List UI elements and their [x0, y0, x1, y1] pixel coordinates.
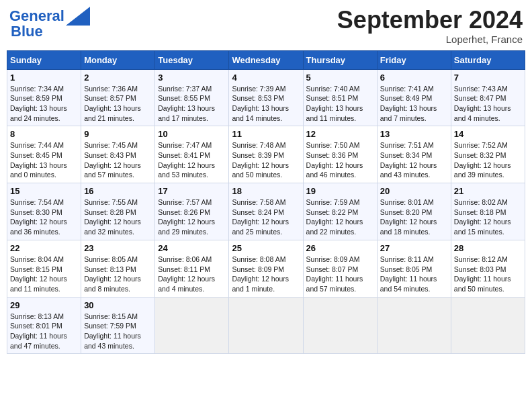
day-number: 11: [232, 129, 300, 139]
day-detail: Sunrise: 7:44 AM Sunset: 8:45 PM Dayligh…: [10, 140, 78, 180]
day-number: 28: [454, 243, 522, 253]
calendar-cell: 9Sunrise: 7:45 AM Sunset: 8:43 PM Daylig…: [81, 126, 155, 183]
calendar-week-2: 8Sunrise: 7:44 AM Sunset: 8:45 PM Daylig…: [7, 126, 525, 183]
logo: General Blue: [9, 7, 90, 40]
calendar-cell: 18Sunrise: 7:58 AM Sunset: 8:24 PM Dayli…: [229, 183, 303, 240]
day-number: 23: [84, 243, 152, 253]
day-detail: Sunrise: 7:41 AM Sunset: 8:49 PM Dayligh…: [380, 84, 448, 124]
day-number: 3: [158, 73, 226, 83]
day-number: 20: [380, 186, 448, 196]
calendar-week-5: 29Sunrise: 8:13 AM Sunset: 8:01 PM Dayli…: [7, 297, 525, 354]
calendar-week-1: 1Sunrise: 7:34 AM Sunset: 8:59 PM Daylig…: [7, 69, 525, 126]
day-number: 19: [306, 186, 374, 196]
calendar-cell: [451, 297, 525, 354]
header-sunday: Sunday: [7, 50, 81, 69]
day-number: 13: [380, 129, 448, 139]
day-number: 8: [10, 129, 78, 139]
day-detail: Sunrise: 7:47 AM Sunset: 8:41 PM Dayligh…: [158, 140, 226, 180]
svg-marker-0: [66, 7, 90, 26]
calendar-cell: 28Sunrise: 8:12 AM Sunset: 8:03 PM Dayli…: [451, 240, 525, 297]
calendar-cell: 21Sunrise: 8:02 AM Sunset: 8:18 PM Dayli…: [451, 183, 525, 240]
calendar-cell: 7Sunrise: 7:43 AM Sunset: 8:47 PM Daylig…: [451, 69, 525, 126]
calendar-cell: 26Sunrise: 8:09 AM Sunset: 8:07 PM Dayli…: [303, 240, 377, 297]
calendar-cell: [229, 297, 303, 354]
calendar-cell: 29Sunrise: 8:13 AM Sunset: 8:01 PM Dayli…: [7, 297, 81, 354]
day-detail: Sunrise: 8:01 AM Sunset: 8:20 PM Dayligh…: [380, 197, 448, 237]
day-detail: Sunrise: 7:43 AM Sunset: 8:47 PM Dayligh…: [454, 84, 522, 124]
day-detail: Sunrise: 7:57 AM Sunset: 8:26 PM Dayligh…: [158, 197, 226, 237]
calendar-table: SundayMondayTuesdayWednesdayThursdayFrid…: [7, 50, 525, 355]
header-friday: Friday: [377, 50, 451, 69]
calendar-cell: 8Sunrise: 7:44 AM Sunset: 8:45 PM Daylig…: [7, 126, 81, 183]
day-detail: Sunrise: 7:55 AM Sunset: 8:28 PM Dayligh…: [84, 197, 152, 237]
day-number: 2: [84, 73, 152, 83]
day-number: 12: [306, 129, 374, 139]
day-number: 30: [84, 300, 152, 310]
calendar-cell: 24Sunrise: 8:06 AM Sunset: 8:11 PM Dayli…: [155, 240, 229, 297]
day-number: 29: [10, 300, 78, 310]
header-thursday: Thursday: [303, 50, 377, 69]
month-title: September 2024: [337, 7, 523, 34]
days-header-row: SundayMondayTuesdayWednesdayThursdayFrid…: [7, 50, 525, 69]
day-number: 4: [232, 73, 300, 83]
day-number: 25: [232, 243, 300, 253]
title-block: September 2024 Loperhet, France: [337, 7, 523, 45]
calendar-cell: [377, 297, 451, 354]
day-number: 16: [84, 186, 152, 196]
day-detail: Sunrise: 8:12 AM Sunset: 8:03 PM Dayligh…: [454, 255, 522, 294]
calendar-cell: 11Sunrise: 7:48 AM Sunset: 8:39 PM Dayli…: [229, 126, 303, 183]
calendar-cell: 19Sunrise: 7:59 AM Sunset: 8:22 PM Dayli…: [303, 183, 377, 240]
calendar-cell: 30Sunrise: 8:15 AM Sunset: 7:59 PM Dayli…: [81, 297, 155, 354]
day-detail: Sunrise: 7:34 AM Sunset: 8:59 PM Dayligh…: [10, 84, 78, 124]
calendar-cell: [155, 297, 229, 354]
calendar-cell: 12Sunrise: 7:50 AM Sunset: 8:36 PM Dayli…: [303, 126, 377, 183]
day-detail: Sunrise: 7:36 AM Sunset: 8:57 PM Dayligh…: [84, 84, 152, 124]
day-detail: Sunrise: 8:09 AM Sunset: 8:07 PM Dayligh…: [306, 255, 374, 294]
day-detail: Sunrise: 8:11 AM Sunset: 8:05 PM Dayligh…: [380, 255, 448, 294]
day-number: 1: [10, 73, 78, 83]
logo-icon: [66, 7, 90, 26]
day-number: 22: [10, 243, 78, 253]
day-detail: Sunrise: 7:52 AM Sunset: 8:32 PM Dayligh…: [454, 140, 522, 180]
calendar-cell: 13Sunrise: 7:51 AM Sunset: 8:34 PM Dayli…: [377, 126, 451, 183]
day-number: 9: [84, 129, 152, 139]
calendar-cell: 10Sunrise: 7:47 AM Sunset: 8:41 PM Dayli…: [155, 126, 229, 183]
day-detail: Sunrise: 8:06 AM Sunset: 8:11 PM Dayligh…: [158, 255, 226, 294]
day-detail: Sunrise: 7:37 AM Sunset: 8:55 PM Dayligh…: [158, 84, 226, 124]
day-number: 10: [158, 129, 226, 139]
calendar-cell: 1Sunrise: 7:34 AM Sunset: 8:59 PM Daylig…: [7, 69, 81, 126]
day-detail: Sunrise: 7:45 AM Sunset: 8:43 PM Dayligh…: [84, 140, 152, 180]
day-detail: Sunrise: 8:02 AM Sunset: 8:18 PM Dayligh…: [454, 197, 522, 237]
day-number: 21: [454, 186, 522, 196]
calendar-cell: 15Sunrise: 7:54 AM Sunset: 8:30 PM Dayli…: [7, 183, 81, 240]
calendar-cell: 6Sunrise: 7:41 AM Sunset: 8:49 PM Daylig…: [377, 69, 451, 126]
calendar-cell: 17Sunrise: 7:57 AM Sunset: 8:26 PM Dayli…: [155, 183, 229, 240]
header-monday: Monday: [81, 50, 155, 69]
day-number: 14: [454, 129, 522, 139]
day-number: 6: [380, 73, 448, 83]
location: Loperhet, France: [337, 34, 523, 45]
day-number: 24: [158, 243, 226, 253]
day-number: 5: [306, 73, 374, 83]
header-saturday: Saturday: [451, 50, 525, 69]
calendar-cell: [303, 297, 377, 354]
day-detail: Sunrise: 7:58 AM Sunset: 8:24 PM Dayligh…: [232, 197, 300, 237]
calendar-cell: 14Sunrise: 7:52 AM Sunset: 8:32 PM Dayli…: [451, 126, 525, 183]
calendar-cell: 22Sunrise: 8:04 AM Sunset: 8:15 PM Dayli…: [7, 240, 81, 297]
day-detail: Sunrise: 8:15 AM Sunset: 7:59 PM Dayligh…: [84, 312, 152, 351]
logo-text: General: [9, 9, 64, 24]
calendar-cell: 27Sunrise: 8:11 AM Sunset: 8:05 PM Dayli…: [377, 240, 451, 297]
day-detail: Sunrise: 7:50 AM Sunset: 8:36 PM Dayligh…: [306, 140, 374, 180]
day-detail: Sunrise: 7:51 AM Sunset: 8:34 PM Dayligh…: [380, 140, 448, 180]
day-number: 7: [454, 73, 522, 83]
calendar-cell: 4Sunrise: 7:39 AM Sunset: 8:53 PM Daylig…: [229, 69, 303, 126]
header-tuesday: Tuesday: [155, 50, 229, 69]
day-detail: Sunrise: 8:05 AM Sunset: 8:13 PM Dayligh…: [84, 255, 152, 294]
calendar-week-4: 22Sunrise: 8:04 AM Sunset: 8:15 PM Dayli…: [7, 240, 525, 297]
day-detail: Sunrise: 8:08 AM Sunset: 8:09 PM Dayligh…: [232, 255, 300, 294]
day-detail: Sunrise: 7:40 AM Sunset: 8:51 PM Dayligh…: [306, 84, 374, 124]
calendar-cell: 2Sunrise: 7:36 AM Sunset: 8:57 PM Daylig…: [81, 69, 155, 126]
day-detail: Sunrise: 7:54 AM Sunset: 8:30 PM Dayligh…: [10, 197, 78, 237]
day-number: 18: [232, 186, 300, 196]
calendar-cell: 5Sunrise: 7:40 AM Sunset: 8:51 PM Daylig…: [303, 69, 377, 126]
